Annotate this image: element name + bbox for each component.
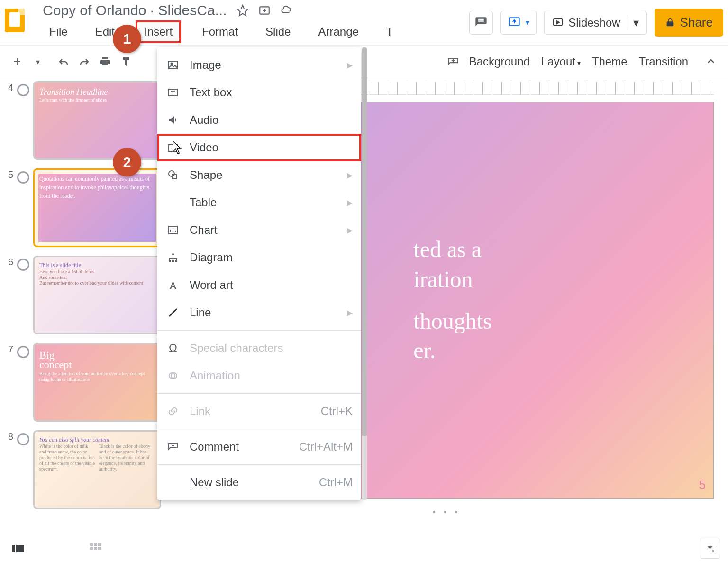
menu-scrollbar[interactable] [362,47,367,500]
insert-special-characters: ΩSpecial characters [157,334,361,362]
svg-rect-20 [94,543,97,546]
thumb-number: 8 [5,431,13,509]
svg-rect-18 [16,545,24,552]
collapse-toolbar-button[interactable] [701,51,721,72]
share-button[interactable]: Share [655,9,723,37]
submenu-arrow-icon: ▸ [347,168,353,182]
submenu-arrow-icon: ▸ [347,58,353,72]
filmstrip-view-button[interactable] [8,538,28,559]
footer [0,536,728,560]
insert-shape[interactable]: Shape▸ [157,161,361,189]
svg-rect-24 [98,547,101,550]
slide-thumbnail[interactable]: Big concept Bring the attention of your … [33,343,161,422]
insert-diagram[interactable]: Diagram [157,244,361,271]
speaker-notes-handle[interactable]: • • • [433,508,461,518]
slide-thumbnail[interactable]: You can also split your content White is… [33,430,161,509]
background-button[interactable]: Background [464,53,536,70]
menu-slide[interactable]: Slide [259,20,297,43]
new-slide-button[interactable] [7,51,27,72]
svg-rect-12 [169,260,171,262]
add-comment-button[interactable] [443,51,464,72]
slides-logo [5,9,33,37]
insert-image[interactable]: Image▸ [157,51,361,79]
menu-more[interactable]: T [380,20,400,43]
slide-number: 5 [699,478,706,492]
menu-format[interactable]: Format [195,20,245,43]
insert-link: LinkCtrl+K [157,398,361,425]
theme-button[interactable]: Theme [586,53,633,70]
link-icon [166,404,180,418]
insert-textbox[interactable]: Text box [157,79,361,106]
layout-button[interactable]: Layout ▾ [536,53,586,70]
insert-audio[interactable]: Audio [157,106,361,134]
menu-arrange[interactable]: Arrange [311,20,365,43]
svg-marker-0 [237,5,248,16]
thumbnail-row[interactable]: 8 You can also split your content White … [5,430,161,509]
insert-video[interactable]: Video [157,134,361,161]
slide-thumbnail[interactable]: This is a slide title Here you have a li… [33,256,161,334]
svg-rect-4 [169,61,177,69]
svg-rect-13 [172,260,174,262]
svg-rect-23 [94,547,97,550]
explore-button[interactable] [700,538,720,559]
document-title[interactable]: Copy of Orlando · SlidesCa... [43,2,227,18]
svg-point-11 [172,253,174,255]
transition-icon [17,433,29,445]
submenu-arrow-icon: ▸ [347,306,353,319]
cloud-status-icon[interactable] [280,4,292,17]
grid-view-button[interactable] [85,538,106,559]
thumbnail-row[interactable]: 7 Big concept Bring the attention of you… [5,343,161,422]
print-button[interactable] [95,51,116,72]
animation-icon [166,369,180,383]
insert-animation: Animation [157,362,361,389]
open-comments-button[interactable] [469,11,493,35]
thumbnail-row[interactable]: 5 Quotations can commonly painted as a m… [5,168,161,247]
insert-table[interactable]: ·Table▸ [157,189,361,216]
step-badge-2: 2 [113,148,141,176]
insert-comment[interactable]: CommentCtrl+Alt+M [157,433,361,461]
thumbnail-row[interactable]: 6 This is a slide title Here you have a … [5,256,161,334]
thumb-number: 4 [5,82,13,160]
insert-wordart[interactable]: Word art [157,271,361,299]
transition-icon [17,84,29,96]
insert-menu-dropdown: Image▸ Text box Audio Video Shape▸ ·Tabl… [157,47,361,500]
svg-rect-19 [90,543,93,546]
menu-file[interactable]: File [43,20,74,43]
slideshow-button[interactable]: Slideshow ▾ [544,11,646,35]
submenu-arrow-icon: ▸ [347,223,353,237]
share-label: Share [680,15,713,30]
svg-rect-21 [98,543,101,546]
menu-insert[interactable]: Insert [136,20,181,43]
insert-line[interactable]: Line▸ [157,299,361,326]
present-dropdown[interactable]: ▾ [500,11,537,35]
wordart-icon [166,278,180,292]
thumbnail-row[interactable]: 4 Transition Headline Let's start with t… [5,81,161,160]
step-badge-1: 1 [113,25,141,53]
new-slide-dropdown[interactable]: ▾ [27,51,48,72]
slide-text: ted as a iration thoughts er. [401,235,491,366]
slide-thumbnail[interactable]: Transition Headline Let's start with the… [33,81,161,160]
insert-new-slide[interactable]: ·New slideCtrl+M [157,469,361,496]
filmstrip[interactable]: 4 Transition Headline Let's start with t… [0,78,165,536]
image-icon [166,58,180,72]
insert-chart[interactable]: Chart▸ [157,216,361,244]
paint-format-button[interactable] [116,51,136,72]
transition-button[interactable]: Transition [633,53,694,70]
svg-rect-14 [175,260,177,262]
thumb-number: 6 [5,257,13,334]
transition-icon [17,171,29,184]
shape-icon [166,168,180,182]
redo-button[interactable] [74,51,95,72]
omega-icon: Ω [166,341,180,355]
diagram-icon [166,250,180,265]
star-icon[interactable] [237,4,249,17]
chart-icon [166,223,180,237]
svg-rect-17 [12,545,15,552]
cursor-icon [173,141,183,154]
undo-button[interactable] [53,51,74,72]
slide-thumbnail-selected[interactable]: Quotations can commonly painted as a mea… [33,168,161,247]
move-icon[interactable] [258,4,271,17]
svg-rect-22 [90,547,93,550]
transition-icon [17,259,29,271]
line-icon [166,305,180,320]
